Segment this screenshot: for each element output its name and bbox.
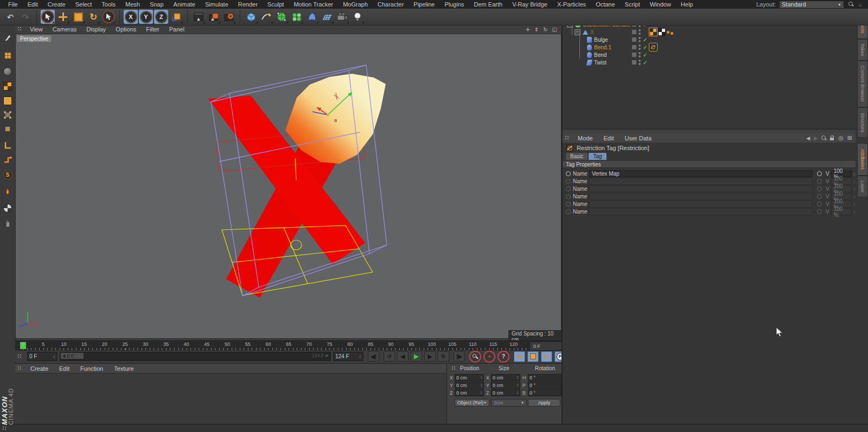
side-tab-layer[interactable]: Layer [857,176,868,197]
keyframe-circle-icon[interactable] [817,194,822,199]
menu-item[interactable]: X-Particles [552,1,591,8]
apply-button[interactable]: Apply [528,399,560,407]
menu-item[interactable]: File [3,1,23,8]
next-frame-button[interactable]: ▶ [424,351,436,362]
drag-handle-icon[interactable] [17,366,23,371]
pos-x-field[interactable]: 0 cm↕ [455,374,484,381]
spray-tool-button[interactable] [2,218,13,229]
view-pan-icon[interactable]: ✛ [525,27,529,33]
target-icon[interactable]: ◎ [838,134,844,141]
object-name[interactable]: Bulge [594,37,608,43]
keyframe-circle-icon[interactable] [566,202,571,207]
size-mode-dropdown[interactable]: Size▼ [491,399,527,407]
floor-environment-button[interactable] [320,10,334,24]
tree-item-x[interactable]: − X [563,28,856,36]
search-icon[interactable] [847,2,854,8]
keyframe-circle-icon[interactable] [817,186,822,191]
spinner-icon[interactable]: ↕ [853,186,856,192]
strength-field-6[interactable]: 100 % [831,208,852,215]
side-tab-structure[interactable]: Structure [857,107,868,138]
menu-item[interactable]: Character [373,1,409,8]
tag-dot-icon[interactable] [671,32,673,35]
size-x-field[interactable]: 0 cm↕ [491,374,520,381]
history-back-icon[interactable]: ◀ [806,136,810,141]
spinner-icon[interactable]: ↕ [53,354,56,359]
name-input-3[interactable] [589,185,813,192]
layer-color-swatch[interactable] [632,60,636,65]
keyframe-circle-icon[interactable] [817,179,822,184]
pen-mode-button[interactable] [2,33,13,43]
enabled-check-icon[interactable]: ✓ [643,37,647,43]
restriction-tag-icon[interactable] [649,43,657,51]
render-view-button[interactable] [192,10,206,24]
mograph-button[interactable] [290,10,304,24]
deformer-button[interactable] [305,10,319,24]
visibility-dots[interactable] [639,52,641,57]
lock-icon[interactable] [830,135,834,141]
menu-item[interactable]: Animate [169,1,200,8]
drag-handle-icon[interactable] [2,426,8,431]
keyframe-circle-icon[interactable] [817,202,822,207]
paint-mode-button[interactable] [2,186,13,197]
menu-item[interactable]: Plugins [439,1,469,8]
tree-item-bend-1[interactable]: Bend.1 ✓ [563,43,856,51]
collapse-icon[interactable]: − [575,29,580,35]
pos-y-field[interactable]: 0 cm↕ [455,382,484,389]
goto-start-button[interactable]: ◀| [368,351,379,362]
layer-color-swatch[interactable] [632,45,636,49]
spinner-icon[interactable]: ↕ [853,194,856,199]
material-menu-item[interactable]: Edit [54,365,75,372]
enabled-check-icon[interactable]: ✓ [643,60,647,66]
history-forward-icon[interactable]: ▶ [814,136,818,141]
menu-item[interactable]: Window [645,1,676,8]
object-name[interactable]: Bend [594,52,607,58]
tree-item-bend[interactable]: Bend ✓ [563,51,856,59]
viewport[interactable]: B Perspective Grid Spacing : 10 cm [15,34,561,339]
drag-handle-icon[interactable] [565,136,570,141]
polygons-mode-button[interactable] [2,124,13,134]
material-menu-item[interactable]: Function [75,365,108,372]
visibility-dots[interactable] [639,29,641,35]
size-z-field[interactable]: 0 cm↕ [491,389,520,396]
prev-frame-button[interactable]: ◀ [397,351,409,362]
object-name[interactable]: Twist [594,60,607,66]
make-editable-button[interactable] [2,50,13,61]
scale-tool[interactable] [71,10,85,24]
play-button[interactable]: ▶ [411,351,422,362]
viewport-menu-item[interactable]: View [25,25,48,33]
timeline-ruler[interactable]: 0510152025303540455055606570758085909510… [15,340,561,351]
side-tab-content-browser[interactable]: Content Browser [857,61,868,107]
attribute-menu-item[interactable]: User Data [620,135,658,141]
render-to-picture-viewer-button[interactable] [207,10,221,24]
points-mode-button[interactable] [2,109,13,120]
menu-item[interactable]: Edit [23,1,43,8]
menu-item[interactable]: MoGraph [338,1,373,8]
menu-item[interactable]: Select [71,1,97,8]
live-selection-tool[interactable] [41,10,55,24]
viewport-menu-item[interactable]: Cameras [48,25,82,33]
viewport-menu-item[interactable]: Filter [141,25,164,33]
keyframe-circle-icon[interactable] [817,171,822,176]
add-panel-icon[interactable]: ⊞ [847,134,852,141]
menu-item[interactable]: Octane [591,1,620,8]
keyframe-circle-icon[interactable] [566,209,571,214]
phong-tag-icon[interactable] [667,31,669,34]
model-mode-button[interactable] [2,66,13,77]
tree-item-twist[interactable]: Twist ✓ [563,59,856,66]
keyframe-circle-icon[interactable] [566,179,571,184]
menu-item[interactable]: Render [233,1,263,8]
spinner-icon[interactable]: ↕ [853,209,856,215]
render-settings-button[interactable] [222,10,236,24]
camera-button[interactable] [335,10,349,24]
menu-item[interactable]: Create [43,1,71,8]
material-menu-item[interactable]: Texture [108,365,139,372]
tree-item-bulge[interactable]: Bulge ✓ [563,36,856,43]
vertex-map-tag-icon[interactable] [649,28,657,36]
spinner-icon[interactable]: ↕ [853,202,856,207]
menu-item[interactable]: Mesh [120,1,145,8]
layout-dropdown[interactable]: Standard ▼ [779,1,844,9]
enable-axis-button[interactable] [2,154,13,165]
viewport-menu-item[interactable]: Options [111,25,141,33]
axis-mode-button[interactable] [2,140,13,151]
keyframe-circle-icon[interactable] [566,171,571,176]
